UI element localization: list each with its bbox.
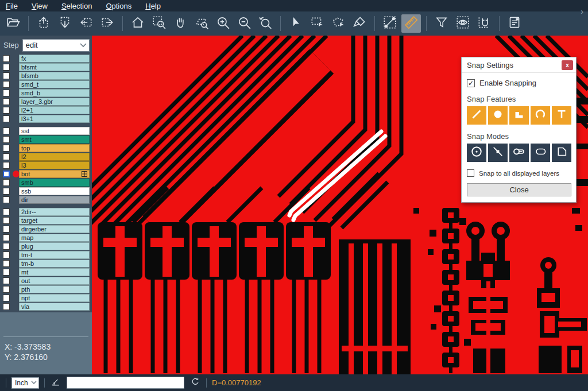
snap-all-layers-checkbox[interactable] xyxy=(467,169,474,177)
zoom-window-button[interactable] xyxy=(149,14,169,33)
layer-name-chip[interactable]: map xyxy=(19,234,90,242)
layer-name-chip[interactable]: via xyxy=(19,303,90,311)
layer-name-chip[interactable]: smd_b xyxy=(19,89,90,97)
layer-checkbox[interactable] xyxy=(3,277,10,284)
layer-checkbox[interactable] xyxy=(3,179,10,186)
report-button[interactable] xyxy=(505,14,524,33)
layer-name-chip[interactable]: fx xyxy=(19,55,90,63)
layer-checkbox[interactable] xyxy=(3,81,10,88)
layer-name-chip[interactable]: l3 xyxy=(19,161,90,169)
menu-help[interactable]: Help xyxy=(145,2,161,10)
menu-view[interactable]: View xyxy=(32,2,48,10)
layer-name-chip[interactable]: layer_3.gbr xyxy=(19,98,90,106)
units-select[interactable]: Inch xyxy=(11,377,39,389)
layer-checkbox[interactable] xyxy=(3,269,10,276)
pan-right-button[interactable] xyxy=(98,14,117,33)
layer-checkbox[interactable] xyxy=(3,153,10,160)
measure-points-button[interactable] xyxy=(380,14,400,33)
zoom-previous-button[interactable] xyxy=(256,14,275,33)
select-rectangle-button[interactable] xyxy=(307,14,327,33)
select-pointer-button[interactable] xyxy=(286,14,305,33)
layer-name-chip[interactable]: bfsmt xyxy=(19,63,90,71)
menu-options[interactable]: Options xyxy=(106,2,131,10)
layer-checkbox[interactable] xyxy=(3,208,10,215)
layer-checkbox[interactable] xyxy=(3,234,10,241)
layer-checkbox[interactable] xyxy=(3,115,10,122)
layer-name-chip[interactable]: pth xyxy=(19,285,90,293)
display-options-button[interactable] xyxy=(453,14,473,33)
layer-name-chip[interactable]: smd_t xyxy=(19,80,90,88)
dialog-title-bar[interactable]: Snap Settings x xyxy=(462,57,576,73)
step-select[interactable]: edit xyxy=(22,39,90,52)
snap-line-point-button[interactable] xyxy=(488,144,508,162)
layer-name-chip[interactable]: dir xyxy=(19,196,90,204)
snap-slot-end-button[interactable] xyxy=(509,144,529,162)
layer-checkbox[interactable] xyxy=(3,90,10,96)
layer-name-chip[interactable]: l2 xyxy=(19,153,90,161)
snap-line-button[interactable] xyxy=(467,106,486,125)
dialog-close-button[interactable]: x xyxy=(562,60,573,70)
layer-name-chip[interactable]: plug xyxy=(19,242,90,250)
layer-name-chip[interactable]: top xyxy=(19,144,90,152)
open-file-button[interactable] xyxy=(3,14,23,33)
layer-checkbox[interactable] xyxy=(3,127,10,134)
filter-button[interactable] xyxy=(432,14,451,33)
refresh-icon[interactable] xyxy=(189,376,201,390)
layer-checkbox[interactable] xyxy=(3,217,10,224)
layer-name-chip[interactable]: 2dir-- xyxy=(19,208,90,216)
layer-checkbox[interactable] xyxy=(3,243,10,250)
layer-checkbox[interactable] xyxy=(3,226,10,233)
layer-checkbox[interactable] xyxy=(3,136,10,143)
zoom-out-button[interactable] xyxy=(234,14,254,33)
menu-selection[interactable]: Selection xyxy=(61,2,92,10)
layer-checkbox[interactable] xyxy=(3,98,10,105)
close-button[interactable]: Close xyxy=(467,183,571,196)
select-polygon-button[interactable] xyxy=(328,14,348,33)
layer-name-chip[interactable]: tm-b xyxy=(19,260,90,268)
snap-settings-button[interactable] xyxy=(474,14,494,33)
layer-checkbox[interactable] xyxy=(3,251,10,258)
pan-up-button[interactable] xyxy=(34,14,53,33)
layer-name-chip[interactable]: target xyxy=(19,216,90,224)
layer-name-chip[interactable]: mt xyxy=(19,268,90,276)
clear-highlight-button[interactable] xyxy=(350,14,369,33)
snap-pad-corner-button[interactable] xyxy=(509,106,529,125)
layer-name-chip[interactable]: l3+1 xyxy=(19,115,90,123)
layer-checkbox[interactable] xyxy=(3,145,10,152)
layer-checkbox[interactable] xyxy=(3,171,10,177)
layer-name-chip[interactable]: bot xyxy=(19,170,90,178)
snap-arc-button[interactable] xyxy=(531,106,550,125)
zoom-area-button[interactable] xyxy=(192,14,211,33)
layer-checkbox[interactable] xyxy=(3,286,10,293)
menu-file[interactable]: File xyxy=(6,2,18,10)
layer-name-chip[interactable]: sst xyxy=(19,127,90,135)
pan-down-button[interactable] xyxy=(55,14,75,33)
snap-polygon-button[interactable] xyxy=(552,144,571,162)
snap-slot-outline-button[interactable] xyxy=(531,144,550,162)
home-view-button[interactable] xyxy=(128,14,148,33)
layer-name-chip[interactable]: ssb xyxy=(19,187,90,195)
layer-checkbox[interactable] xyxy=(3,72,10,79)
layer-name-chip[interactable]: out xyxy=(19,277,90,285)
layer-name-chip[interactable]: l2+1 xyxy=(19,106,90,114)
layer-name-chip[interactable]: smb xyxy=(19,179,90,187)
layer-name-chip[interactable]: npt xyxy=(19,294,90,302)
enable-snapping-checkbox[interactable]: ✓ xyxy=(467,79,475,87)
layer-checkbox[interactable] xyxy=(3,107,10,114)
layer-checkbox[interactable] xyxy=(3,196,10,203)
layer-checkbox[interactable] xyxy=(3,64,10,71)
pan-left-button[interactable] xyxy=(76,14,96,33)
layer-name-chip[interactable]: tm-t xyxy=(19,251,90,259)
angle-tool-icon[interactable] xyxy=(50,376,61,390)
snap-pad-circle-button[interactable] xyxy=(488,106,508,125)
toolbar-overflow-chevron[interactable]: › xyxy=(581,7,583,16)
layer-name-chip[interactable]: dirgerber xyxy=(19,225,90,233)
measure-ruler-button[interactable] xyxy=(401,14,421,33)
layer-name-chip[interactable]: smt xyxy=(19,136,90,144)
pan-hand-button[interactable] xyxy=(171,14,190,33)
zoom-in-button[interactable] xyxy=(213,14,233,33)
snap-center-button[interactable] xyxy=(467,144,486,162)
layer-checkbox[interactable] xyxy=(3,303,10,310)
layer-checkbox[interactable] xyxy=(3,260,10,267)
layer-name-chip[interactable]: bfsmb xyxy=(19,72,90,80)
